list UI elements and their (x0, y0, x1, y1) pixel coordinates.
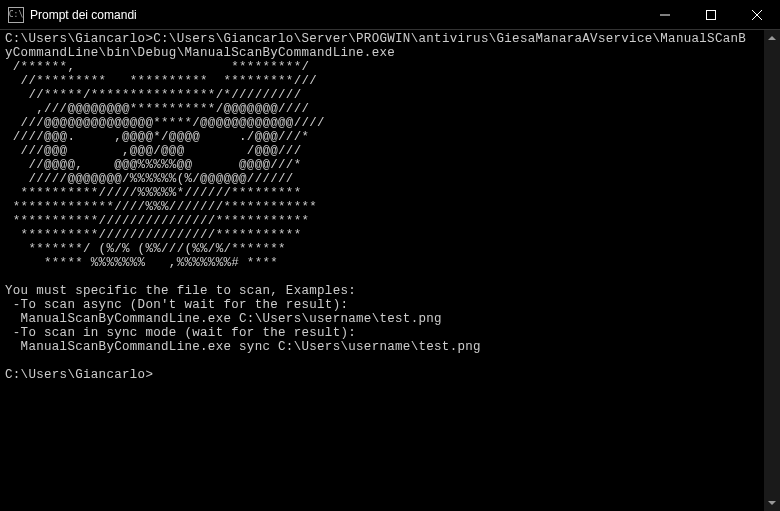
ascii-art-logo: /******, *********/ //********* ********… (5, 60, 325, 270)
vertical-scrollbar[interactable] (764, 30, 780, 511)
minimize-icon (660, 10, 670, 20)
maximize-button[interactable] (688, 0, 734, 29)
scrollbar-up-arrow-icon[interactable] (764, 30, 780, 46)
minimize-button[interactable] (642, 0, 688, 29)
close-icon (752, 10, 762, 20)
scrollbar-down-arrow-icon[interactable] (764, 495, 780, 511)
window-title: Prompt dei comandi (30, 8, 642, 22)
svg-rect-1 (707, 10, 716, 19)
app-icon-text: C:\ (9, 10, 23, 19)
svg-marker-4 (768, 36, 776, 40)
terminal-content[interactable]: C:\Users\Giancarlo>C:\Users\Giancarlo\Se… (0, 30, 780, 511)
close-button[interactable] (734, 0, 780, 29)
window-controls (642, 0, 780, 29)
prompt-path-1: C:\Users\Giancarlo> (5, 32, 153, 46)
titlebar[interactable]: C:\ Prompt dei comandi (0, 0, 780, 30)
command-prompt-window: C:\ Prompt dei comandi C:\Users (0, 0, 780, 511)
prompt-path-2: C:\Users\Giancarlo> (5, 368, 153, 382)
command-1: C:\Users\Giancarlo\Server\PROGWIN\antivi… (153, 32, 746, 46)
command-1-continuation: yCommandLine\bin\Debug\ManualScanByComma… (5, 46, 395, 60)
maximize-icon (706, 10, 716, 20)
terminal-output: C:\Users\Giancarlo>C:\Users\Giancarlo\Se… (5, 32, 775, 382)
app-icon: C:\ (8, 7, 24, 23)
svg-marker-5 (768, 501, 776, 505)
usage-instructions: You must specific the file to scan, Exam… (5, 284, 481, 354)
